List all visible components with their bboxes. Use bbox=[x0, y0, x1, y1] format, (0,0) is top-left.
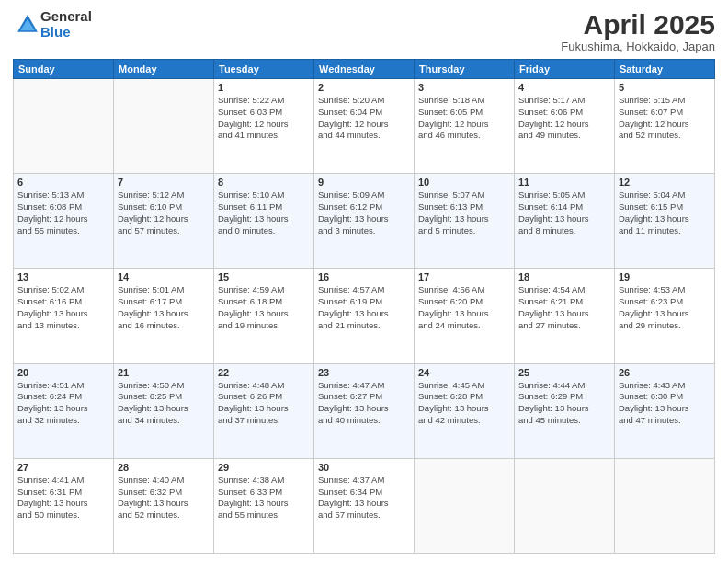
day-number: 16 bbox=[318, 271, 410, 282]
calendar-cell: 14Sunrise: 5:01 AM Sunset: 6:17 PM Dayli… bbox=[114, 269, 214, 363]
day-number: 3 bbox=[418, 82, 510, 93]
day-number: 4 bbox=[518, 82, 610, 93]
day-info: Sunrise: 4:40 AM Sunset: 6:32 PM Dayligh… bbox=[118, 475, 210, 522]
calendar-cell: 30Sunrise: 4:37 AM Sunset: 6:34 PM Dayli… bbox=[314, 458, 415, 553]
day-number: 25 bbox=[518, 367, 610, 378]
day-info: Sunrise: 5:02 AM Sunset: 6:16 PM Dayligh… bbox=[17, 284, 109, 331]
day-number: 2 bbox=[318, 82, 410, 93]
day-number: 6 bbox=[17, 177, 109, 188]
day-number: 22 bbox=[218, 367, 310, 378]
calendar-cell bbox=[615, 458, 715, 553]
day-number: 30 bbox=[318, 462, 410, 473]
day-info: Sunrise: 5:12 AM Sunset: 6:10 PM Dayligh… bbox=[118, 190, 210, 236]
logo-general-text: General bbox=[40, 9, 92, 25]
day-info: Sunrise: 4:57 AM Sunset: 6:19 PM Dayligh… bbox=[318, 284, 410, 331]
calendar-cell: 22Sunrise: 4:48 AM Sunset: 6:26 PM Dayli… bbox=[214, 363, 314, 458]
weekday-header: Monday bbox=[114, 60, 214, 79]
day-number: 20 bbox=[17, 367, 109, 378]
calendar-cell: 6Sunrise: 5:13 AM Sunset: 6:08 PM Daylig… bbox=[14, 174, 114, 269]
weekday-header: Sunday bbox=[14, 60, 114, 79]
day-info: Sunrise: 4:47 AM Sunset: 6:27 PM Dayligh… bbox=[318, 380, 410, 427]
calendar-cell: 12Sunrise: 5:04 AM Sunset: 6:15 PM Dayli… bbox=[615, 174, 715, 269]
calendar-cell: 16Sunrise: 4:57 AM Sunset: 6:19 PM Dayli… bbox=[314, 269, 415, 363]
day-info: Sunrise: 4:53 AM Sunset: 6:23 PM Dayligh… bbox=[619, 284, 711, 331]
calendar-cell: 17Sunrise: 4:56 AM Sunset: 6:20 PM Dayli… bbox=[415, 269, 515, 363]
day-info: Sunrise: 4:54 AM Sunset: 6:21 PM Dayligh… bbox=[518, 284, 610, 331]
calendar-cell: 21Sunrise: 4:50 AM Sunset: 6:25 PM Dayli… bbox=[114, 363, 214, 458]
day-info: Sunrise: 5:07 AM Sunset: 6:13 PM Dayligh… bbox=[418, 190, 510, 236]
weekday-header: Tuesday bbox=[214, 60, 314, 79]
day-number: 28 bbox=[118, 462, 210, 473]
calendar-cell: 25Sunrise: 4:44 AM Sunset: 6:29 PM Dayli… bbox=[515, 363, 615, 458]
calendar-cell: 29Sunrise: 4:38 AM Sunset: 6:33 PM Dayli… bbox=[214, 458, 314, 553]
day-info: Sunrise: 5:09 AM Sunset: 6:12 PM Dayligh… bbox=[318, 190, 410, 236]
day-number: 5 bbox=[619, 82, 711, 93]
day-number: 15 bbox=[218, 271, 310, 282]
day-number: 17 bbox=[418, 271, 510, 282]
calendar-cell: 18Sunrise: 4:54 AM Sunset: 6:21 PM Dayli… bbox=[515, 269, 615, 363]
day-info: Sunrise: 4:48 AM Sunset: 6:26 PM Dayligh… bbox=[218, 380, 310, 427]
calendar-cell: 5Sunrise: 5:15 AM Sunset: 6:07 PM Daylig… bbox=[615, 79, 715, 174]
day-info: Sunrise: 4:43 AM Sunset: 6:30 PM Dayligh… bbox=[619, 380, 711, 427]
day-number: 10 bbox=[418, 177, 510, 188]
day-info: Sunrise: 4:51 AM Sunset: 6:24 PM Dayligh… bbox=[17, 380, 109, 427]
day-number: 1 bbox=[218, 82, 310, 93]
day-info: Sunrise: 5:05 AM Sunset: 6:14 PM Dayligh… bbox=[518, 190, 610, 236]
calendar-cell: 15Sunrise: 4:59 AM Sunset: 6:18 PM Dayli… bbox=[214, 269, 314, 363]
calendar-cell bbox=[114, 79, 214, 174]
day-info: Sunrise: 5:18 AM Sunset: 6:05 PM Dayligh… bbox=[418, 95, 510, 142]
calendar-cell: 13Sunrise: 5:02 AM Sunset: 6:16 PM Dayli… bbox=[14, 269, 114, 363]
calendar-cell: 2Sunrise: 5:20 AM Sunset: 6:04 PM Daylig… bbox=[314, 79, 415, 174]
calendar-cell bbox=[14, 79, 114, 174]
calendar-cell: 1Sunrise: 5:22 AM Sunset: 6:03 PM Daylig… bbox=[214, 79, 314, 174]
day-number: 21 bbox=[118, 367, 210, 378]
weekday-header: Thursday bbox=[415, 60, 515, 79]
calendar-week-row: 6Sunrise: 5:13 AM Sunset: 6:08 PM Daylig… bbox=[14, 174, 715, 269]
day-info: Sunrise: 5:04 AM Sunset: 6:15 PM Dayligh… bbox=[619, 190, 711, 236]
day-number: 19 bbox=[619, 271, 711, 282]
day-info: Sunrise: 4:59 AM Sunset: 6:18 PM Dayligh… bbox=[218, 284, 310, 331]
day-number: 24 bbox=[418, 367, 510, 378]
day-number: 27 bbox=[17, 462, 109, 473]
day-number: 13 bbox=[17, 271, 109, 282]
day-info: Sunrise: 5:01 AM Sunset: 6:17 PM Dayligh… bbox=[118, 284, 210, 331]
header: General Blue April 2025 Fukushima, Hokka… bbox=[13, 9, 715, 53]
day-number: 11 bbox=[518, 177, 610, 188]
calendar-cell: 3Sunrise: 5:18 AM Sunset: 6:05 PM Daylig… bbox=[415, 79, 515, 174]
weekday-header: Wednesday bbox=[314, 60, 415, 79]
calendar-cell: 19Sunrise: 4:53 AM Sunset: 6:23 PM Dayli… bbox=[615, 269, 715, 363]
day-info: Sunrise: 4:44 AM Sunset: 6:29 PM Dayligh… bbox=[518, 380, 610, 427]
calendar-header-row: SundayMondayTuesdayWednesdayThursdayFrid… bbox=[14, 60, 715, 79]
calendar-cell: 27Sunrise: 4:41 AM Sunset: 6:31 PM Dayli… bbox=[14, 458, 114, 553]
day-info: Sunrise: 5:10 AM Sunset: 6:11 PM Dayligh… bbox=[218, 190, 310, 236]
calendar-cell: 10Sunrise: 5:07 AM Sunset: 6:13 PM Dayli… bbox=[415, 174, 515, 269]
calendar-week-row: 1Sunrise: 5:22 AM Sunset: 6:03 PM Daylig… bbox=[14, 79, 715, 174]
day-info: Sunrise: 4:38 AM Sunset: 6:33 PM Dayligh… bbox=[218, 475, 310, 522]
calendar-week-row: 13Sunrise: 5:02 AM Sunset: 6:16 PM Dayli… bbox=[14, 269, 715, 363]
calendar-cell: 24Sunrise: 4:45 AM Sunset: 6:28 PM Dayli… bbox=[415, 363, 515, 458]
calendar-cell: 11Sunrise: 5:05 AM Sunset: 6:14 PM Dayli… bbox=[515, 174, 615, 269]
day-number: 9 bbox=[318, 177, 410, 188]
logo-icon bbox=[15, 12, 40, 38]
calendar-cell: 9Sunrise: 5:09 AM Sunset: 6:12 PM Daylig… bbox=[314, 174, 415, 269]
day-info: Sunrise: 5:22 AM Sunset: 6:03 PM Dayligh… bbox=[218, 95, 310, 142]
calendar-cell bbox=[415, 458, 515, 553]
day-number: 8 bbox=[218, 177, 310, 188]
weekday-header: Saturday bbox=[615, 60, 715, 79]
day-info: Sunrise: 4:50 AM Sunset: 6:25 PM Dayligh… bbox=[118, 380, 210, 427]
weekday-header: Friday bbox=[515, 60, 615, 79]
day-number: 14 bbox=[118, 271, 210, 282]
calendar-table: SundayMondayTuesdayWednesdayThursdayFrid… bbox=[13, 59, 715, 554]
day-number: 18 bbox=[518, 271, 610, 282]
day-info: Sunrise: 4:37 AM Sunset: 6:34 PM Dayligh… bbox=[318, 475, 410, 522]
calendar-cell: 28Sunrise: 4:40 AM Sunset: 6:32 PM Dayli… bbox=[114, 458, 214, 553]
day-info: Sunrise: 5:20 AM Sunset: 6:04 PM Dayligh… bbox=[318, 95, 410, 142]
day-number: 7 bbox=[118, 177, 210, 188]
day-info: Sunrise: 5:13 AM Sunset: 6:08 PM Dayligh… bbox=[17, 190, 109, 236]
logo-blue-text: Blue bbox=[40, 25, 92, 40]
calendar-cell: 7Sunrise: 5:12 AM Sunset: 6:10 PM Daylig… bbox=[114, 174, 214, 269]
day-info: Sunrise: 4:41 AM Sunset: 6:31 PM Dayligh… bbox=[17, 475, 109, 522]
calendar-cell: 4Sunrise: 5:17 AM Sunset: 6:06 PM Daylig… bbox=[515, 79, 615, 174]
day-number: 12 bbox=[619, 177, 711, 188]
month-title: April 2025 bbox=[561, 9, 715, 40]
